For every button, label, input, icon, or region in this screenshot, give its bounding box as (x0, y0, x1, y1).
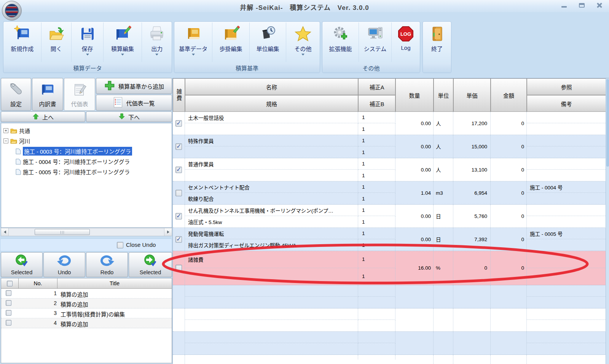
history-title: 積算の追加 (61, 320, 88, 328)
open-button[interactable]: 開く (41, 22, 72, 62)
adjB-value: 1 (358, 123, 395, 135)
history-checkbox[interactable] (6, 310, 11, 316)
close-button[interactable] (595, 2, 604, 9)
history-checkbox[interactable] (6, 290, 11, 296)
column-header-note[interactable]: 備考 (527, 95, 606, 112)
tree-item-construction-0004[interactable]: 施工 - 0004 号：河川維持工ボーリンググラ (16, 156, 130, 167)
button-label: 設定 (10, 100, 22, 108)
history-row[interactable]: 3 工事情報(経費計算)の編集 (1, 308, 172, 318)
column-header-misc[interactable]: 雑費 (173, 78, 185, 112)
history-row[interactable]: 4 積算の追加 (1, 318, 172, 328)
scroll-left-arrow[interactable] (1, 228, 9, 236)
column-header-adjA[interactable]: 補正A (358, 78, 395, 95)
settings-button[interactable]: 設定 (1, 78, 31, 111)
tree-folder-common[interactable]: + 共通 (3, 126, 30, 136)
apply-selected-right-button[interactable]: Selected (129, 252, 172, 277)
column-header-qty[interactable]: 数量 (395, 78, 434, 112)
amount-value: 0 (491, 158, 527, 181)
history-header-checkbox-cell (1, 278, 19, 289)
qty-value: 0.00 (395, 205, 434, 227)
log-button[interactable]: LOG Log (392, 22, 420, 62)
history-checkbox[interactable] (6, 300, 11, 306)
tree-item-construction-0003[interactable]: 施工 - 0003 号：河川維持工ボーリンググラ (16, 146, 132, 156)
ribbon-group-exit: 終了 (422, 21, 451, 73)
standard-data-button[interactable]: 基準データ (174, 22, 212, 62)
column-header-unit-price[interactable]: 単価 (453, 78, 491, 112)
unit-edit-button[interactable]: 単位編集 (250, 22, 286, 62)
rate-edit-button[interactable]: 歩掛編集 (212, 22, 250, 62)
price-table-list-button[interactable]: 代価表一覧 (96, 95, 172, 111)
row-checkbox[interactable] (175, 167, 182, 173)
tree-folder-river[interactable]: − 河川 (3, 136, 30, 146)
move-down-button[interactable]: 下へ (86, 111, 172, 122)
column-header-adjB[interactable]: 補正B (358, 95, 395, 112)
ribbon-group-label: その他 (322, 63, 420, 73)
table-vertical-scrollbar[interactable] (606, 78, 609, 364)
history-row[interactable]: 2 積算の追加 (1, 299, 172, 308)
adjA-value: 1 (358, 205, 395, 216)
estimate-items-table: 雑費 名称 規格 補正A 補正B 数量 単位 単価 金額 参照 備考 土木一般世… (172, 78, 609, 364)
price-table-button[interactable]: 代価表 (64, 78, 95, 111)
system-button[interactable]: システム (359, 22, 392, 62)
breakdown-button[interactable]: 内訳書 (32, 78, 63, 111)
apply-selected-left-button[interactable]: Selected (1, 252, 43, 277)
row-checkbox[interactable] (175, 213, 182, 219)
scroll-right-arrow[interactable] (164, 228, 172, 236)
tree-item-construction-0005[interactable]: 施工 - 0005 号：河川維持工ボーリンググラ (16, 167, 130, 177)
estimate-edit-button[interactable]: 積算編集 (104, 22, 142, 62)
app-menu-button[interactable] (2, 1, 22, 21)
table-row[interactable]: せん孔機及びトンネル工事用機械・ボーリングマシン(ポンプ… 油圧式・5.5kw … (173, 205, 606, 228)
minimize-button[interactable] (560, 2, 569, 9)
table-row-misc-expenses-highlighted[interactable]: 諸雑費 1 1 16.00 % 0 0 (173, 251, 606, 285)
document-icon (16, 148, 21, 154)
history-checkbox[interactable] (6, 320, 11, 326)
unit-price-value: 15,000 (453, 135, 491, 158)
table-row[interactable]: 土木一般世話役 1 1 0.00 人 17,200 0 (173, 112, 606, 135)
column-header-ref[interactable]: 参照 (527, 78, 606, 95)
column-header-unit[interactable]: 単位 (434, 78, 453, 112)
column-header-name[interactable]: 名称 (185, 78, 358, 95)
add-from-standard-button[interactable]: 積算基準から追加 (96, 78, 172, 94)
empty-table-row[interactable] (173, 355, 606, 364)
redo-button[interactable]: Redo (86, 252, 128, 277)
empty-table-row[interactable] (173, 332, 606, 355)
table-row[interactable]: 普通作業員 1 1 0.00 人 13,100 0 (173, 158, 606, 181)
empty-table-row[interactable] (173, 285, 606, 308)
undo-button[interactable]: Undo (43, 252, 85, 277)
exit-button[interactable]: 終了 (423, 22, 451, 62)
star-icon (294, 25, 312, 43)
history-row[interactable]: 1 積算の追加 (1, 289, 172, 299)
column-header-spec[interactable]: 規格 (185, 95, 358, 112)
output-button[interactable]: 出力 (142, 22, 172, 62)
row-checkbox[interactable] (175, 120, 182, 127)
others-standard-button[interactable]: その他 (286, 22, 320, 62)
row-checkbox[interactable] (175, 143, 182, 150)
table-row[interactable]: 発動発電機運転 排出ガス対策型ディーゼルエンジン駆動 45kVA 1 1 0.0… (173, 228, 606, 251)
tree-horizontal-scrollbar[interactable] (1, 228, 172, 236)
close-undo-label: Close Undo (126, 242, 156, 248)
select-all-checkbox[interactable] (7, 281, 13, 286)
move-up-button[interactable]: 上へ (1, 111, 85, 122)
close-undo-checkbox[interactable] (117, 242, 123, 248)
empty-table-row[interactable] (173, 308, 606, 332)
maximize-button[interactable] (577, 2, 586, 9)
blue-book-icon (39, 81, 56, 100)
column-header-amount[interactable]: 金額 (491, 78, 527, 112)
expand-toggle-icon[interactable]: + (3, 128, 8, 133)
table-row[interactable]: セメントベントナイト配合 軟練り配合 1 1 1.04 m3 6,954 0 施… (173, 181, 606, 205)
scrollbar-thumb[interactable] (35, 229, 90, 235)
scrollbar-thumb[interactable] (606, 79, 609, 167)
adjA-value: 1 (358, 135, 395, 146)
new-button[interactable]: 新規作成 (3, 22, 41, 62)
note-value (527, 268, 606, 285)
table-row[interactable]: 特殊作業員 1 1 0.00 人 15,000 0 (173, 135, 606, 158)
row-checkbox[interactable] (175, 236, 182, 243)
save-disk-icon (78, 25, 97, 43)
folder-icon (10, 128, 17, 134)
row-checkbox[interactable] (175, 190, 182, 196)
collapse-toggle-icon[interactable]: − (3, 138, 8, 143)
row-checkbox[interactable] (175, 265, 182, 271)
extensions-button[interactable]: 拡張機能 (322, 22, 359, 62)
app-window: 井解 -SeiKai- 積算システム Ver. 3.0.0 新規作成 (0, 0, 609, 364)
save-button[interactable]: 保存 (72, 22, 104, 62)
